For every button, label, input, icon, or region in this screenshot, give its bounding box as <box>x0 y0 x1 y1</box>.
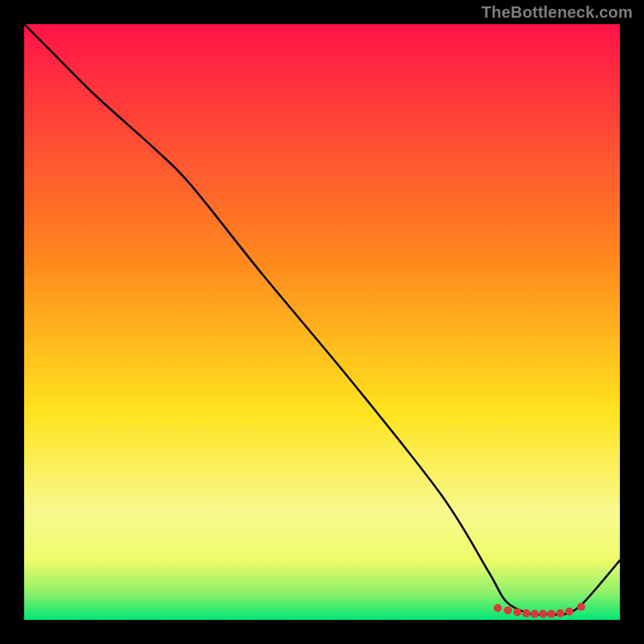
chart-background-gradient <box>24 24 620 620</box>
chart-marker-point <box>556 609 564 617</box>
chart-marker-point <box>493 604 502 612</box>
chart-marker-point <box>504 606 512 614</box>
chart-svg <box>24 24 620 620</box>
chart-marker-point <box>577 603 585 611</box>
chart-marker-point <box>539 610 547 618</box>
chart-marker-point <box>514 608 522 616</box>
chart-marker-point <box>522 609 530 617</box>
chart-marker-point <box>565 608 573 616</box>
chart-frame: TheBottleneck.com <box>0 0 644 644</box>
watermark-label: TheBottleneck.com <box>481 3 633 22</box>
chart-marker-point <box>547 610 555 618</box>
chart-marker-point <box>530 610 539 618</box>
chart-plot-area <box>24 24 620 620</box>
